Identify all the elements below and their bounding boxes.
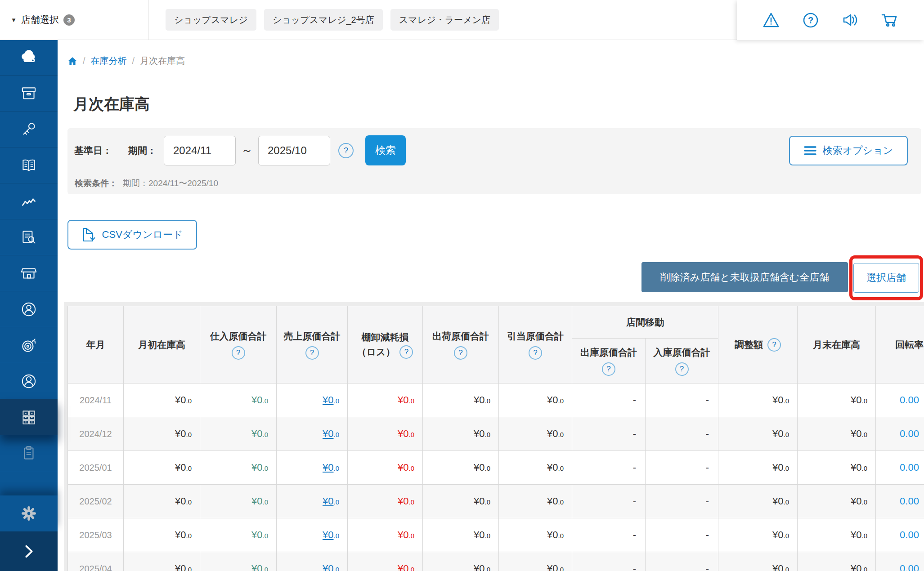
cell-purchase: ¥0.0	[200, 417, 277, 451]
topbar-icon-card: ?	[737, 0, 924, 40]
cell-turnover[interactable]: 0.00	[876, 485, 924, 518]
search-condition-label: 検索条件：	[75, 178, 117, 189]
sidebar-item-inventory-active[interactable]	[0, 399, 58, 435]
cell-cogs-link[interactable]: ¥0.0	[277, 518, 348, 552]
sidebar-item-orders[interactable]	[0, 435, 58, 471]
cell-shipping: ¥0.0	[423, 451, 499, 485]
search-button[interactable]: 検索	[365, 135, 406, 165]
cell-allocation: ¥0.0	[499, 518, 572, 552]
help-icon[interactable]: ?	[801, 10, 821, 30]
search-form-row: 基準日： 期間： ～ ? 検索	[74, 135, 406, 165]
sidebar-item-sales-analytics[interactable]	[0, 183, 58, 219]
key-icon	[19, 120, 38, 139]
help-icon[interactable]: ?	[305, 346, 319, 360]
highlight-annotation-box: 選択店舗	[849, 255, 923, 300]
help-icon[interactable]: ?	[675, 362, 689, 376]
sidebar	[0, 40, 58, 571]
sidebar-item-settings[interactable]	[0, 495, 58, 531]
sidebar-item-home[interactable]	[0, 40, 58, 76]
cell-adjustment: ¥0.0	[718, 384, 798, 417]
table-body: 2024/11¥0.0¥0.0¥0.0¥0.0¥0.0¥0.0--¥0.0¥0.…	[68, 384, 924, 571]
period-from-input[interactable]	[164, 136, 236, 165]
cell-adjustment: ¥0.0	[718, 518, 798, 552]
cell-shipping: ¥0.0	[423, 384, 499, 417]
cell-transfer-out: -	[572, 417, 646, 451]
help-icon[interactable]: ?	[232, 346, 245, 360]
cell-opening: ¥0.0	[124, 552, 200, 571]
cell-month: 2025/03	[68, 518, 124, 552]
cell-cogs-link[interactable]: ¥0.0	[277, 451, 348, 485]
csv-download-button[interactable]: CSVダウンロード	[67, 220, 197, 250]
toggle-selected-stores-button[interactable]: 選択店舗	[853, 263, 919, 293]
period-to-input[interactable]	[258, 136, 330, 165]
cell-cogs-link[interactable]: ¥0.0	[277, 384, 348, 417]
help-icon[interactable]: ?	[399, 345, 413, 359]
table-header: 年月 月初在庫高 仕入原価合計? 売上原価合計? 棚卸減耗損 （ロス）?	[68, 306, 924, 384]
sidebar-expand-button[interactable]	[0, 531, 58, 571]
cell-month: 2024/12	[68, 417, 124, 451]
cell-adjustment: ¥0.0	[718, 417, 798, 451]
sidebar-item-store[interactable]	[0, 255, 58, 291]
cell-turnover[interactable]: 0.00	[876, 552, 924, 571]
cell-turnover[interactable]: 0.00	[876, 451, 924, 485]
hamburger-icon	[804, 146, 816, 156]
cell-cogs-link[interactable]: ¥0.0	[277, 485, 348, 518]
cell-shipping: ¥0.0	[423, 417, 499, 451]
cell-month: 2025/02	[68, 485, 124, 518]
col-header-opening: 月初在庫高	[124, 306, 200, 384]
sidebar-item-products[interactable]	[0, 76, 58, 112]
store-count-badge: 3	[63, 14, 75, 26]
sidebar-item-staff[interactable]	[0, 291, 58, 327]
cell-purchase: ¥0.0	[200, 518, 277, 552]
table-row: 2025/02¥0.0¥0.0¥0.0¥0.0¥0.0¥0.0--¥0.0¥0.…	[68, 485, 924, 518]
cell-loss: ¥0.0	[348, 518, 423, 552]
breadcrumb-separator: /	[83, 56, 85, 66]
store-chip[interactable]: ショップスマレジ	[166, 9, 256, 31]
col-header-shipping: 出荷原価合計?	[423, 306, 499, 384]
help-icon[interactable]: ?	[454, 346, 467, 360]
help-icon[interactable]: ?	[529, 346, 542, 360]
cell-closing: ¥0.0	[798, 518, 876, 552]
clipboard-icon	[19, 444, 38, 463]
store-chip[interactable]: スマレジ・ラーメン店	[390, 9, 499, 31]
store-chip[interactable]: ショップスマレジ_2号店	[264, 9, 383, 31]
help-icon[interactable]: ?	[602, 362, 615, 376]
cell-turnover[interactable]: 0.00	[876, 518, 924, 552]
monthly-inventory-table-frame: 年月 月初在庫高 仕入原価合計? 売上原価合計? 棚卸減耗損 （ロス）?	[64, 302, 924, 571]
breadcrumb-link-inventory-analysis[interactable]: 在庫分析	[91, 55, 127, 67]
svg-text:?: ?	[808, 15, 813, 25]
cell-cogs-link[interactable]: ¥0.0	[277, 417, 348, 451]
sidebar-item-ledger[interactable]	[0, 147, 58, 183]
sidebar-item-customers[interactable]	[0, 363, 58, 399]
announcement-icon[interactable]	[840, 10, 860, 30]
search-options-button[interactable]: 検索オプション	[789, 136, 908, 165]
cell-purchase: ¥0.0	[200, 451, 277, 485]
cell-closing: ¥0.0	[798, 485, 876, 518]
search-condition-value: 期間：2024/11〜2025/10	[123, 178, 218, 189]
cell-turnover[interactable]: 0.00	[876, 417, 924, 451]
help-icon[interactable]: ?	[767, 338, 781, 352]
table-row: 2025/03¥0.0¥0.0¥0.0¥0.0¥0.0¥0.0--¥0.0¥0.…	[68, 518, 924, 552]
cell-turnover[interactable]: 0.00	[876, 384, 924, 417]
stock-cabinet-icon	[19, 408, 38, 427]
toggle-all-stores-button[interactable]: 削除済み店舗と未取扱店舗含む全店舗	[641, 262, 848, 292]
home-icon[interactable]	[67, 56, 77, 66]
sidebar-item-transactions[interactable]	[0, 112, 58, 147]
breadcrumb-separator: /	[132, 56, 135, 66]
period-help-icon[interactable]: ?	[338, 143, 354, 158]
cell-month: 2025/04	[68, 552, 124, 571]
alert-icon[interactable]	[761, 10, 781, 30]
cart-icon[interactable]	[880, 10, 900, 30]
cell-adjustment: ¥0.0	[718, 451, 798, 485]
search-options-label: 検索オプション	[823, 144, 893, 157]
cell-opening: ¥0.0	[124, 518, 200, 552]
cloud-logo-icon	[19, 48, 38, 67]
target-icon	[19, 336, 38, 355]
cell-adjustment: ¥0.0	[718, 485, 798, 518]
sidebar-item-report[interactable]	[0, 219, 58, 255]
cell-cogs-link[interactable]: ¥0.0	[277, 552, 348, 571]
person-circle-icon	[19, 300, 38, 319]
book-icon	[19, 156, 38, 175]
sidebar-item-target[interactable]	[0, 327, 58, 363]
store-select-dropdown[interactable]: ▼ 店舗選択 3	[11, 0, 75, 40]
